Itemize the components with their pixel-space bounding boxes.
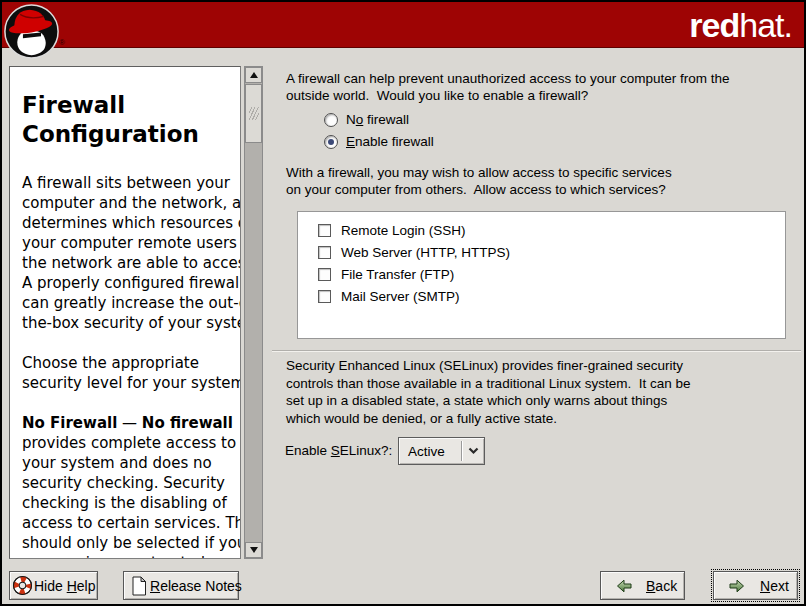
- selinux-label: Enable SELinux?:: [285, 443, 392, 458]
- arrow-left-icon: [615, 578, 633, 594]
- help-text-line: are running on a trusted: [22, 553, 232, 559]
- help-scrollbar[interactable]: [244, 66, 263, 559]
- registered-mark: ®: [59, 38, 65, 47]
- next-button[interactable]: Next: [713, 571, 798, 600]
- service-label: File Transfer (FTP): [341, 267, 454, 282]
- redhat-shadowman-logo-icon: [3, 3, 60, 60]
- back-button[interactable]: Back: [600, 571, 685, 600]
- help-text-line: provides complete access to: [22, 433, 232, 453]
- help-text-line: A firewall sits between your: [22, 173, 232, 193]
- hide-help-button[interactable]: Hide Help: [9, 571, 98, 600]
- section-separator: [272, 350, 801, 352]
- service-row-smtp[interactable]: Mail Server (SMTP): [298, 285, 785, 307]
- release-notes-label: Release Notes: [150, 578, 242, 594]
- help-text-line: determines which resources on: [22, 213, 232, 233]
- selinux-dropdown[interactable]: Active: [398, 437, 485, 465]
- help-text-line: your computer remote users on: [22, 233, 232, 253]
- wordmark-period: .: [784, 6, 792, 44]
- checkbox-icon[interactable]: [318, 246, 331, 259]
- help-text-line: No Firewall — No firewall: [22, 413, 232, 433]
- service-label: Web Server (HTTP, HTTPS): [341, 245, 510, 260]
- release-notes-button[interactable]: Release Notes: [123, 571, 239, 600]
- arrow-right-icon: [728, 578, 746, 594]
- triangle-down-icon: [250, 547, 258, 553]
- scroll-down-button[interactable]: [245, 542, 262, 558]
- help-title: Firewall Configuration: [22, 91, 232, 149]
- help-text-line: the-box security of your system.: [22, 313, 232, 333]
- service-row-ftp[interactable]: File Transfer (FTP): [298, 263, 785, 285]
- triangle-up-icon: [250, 72, 258, 78]
- document-icon: [131, 576, 147, 596]
- next-label: Next: [760, 578, 789, 594]
- installer-window: redhat. ® Firewall Configuration A firew…: [0, 0, 806, 606]
- radio-selected-icon[interactable]: [324, 135, 338, 149]
- wordmark-hat: hat: [739, 6, 783, 44]
- help-text-line: should only be selected if you: [22, 533, 232, 553]
- redhat-wordmark: redhat.: [689, 5, 792, 45]
- chevron-down-icon: [462, 447, 484, 455]
- checkbox-icon[interactable]: [318, 290, 331, 303]
- wordmark-red: red: [689, 6, 739, 44]
- checkbox-icon[interactable]: [318, 268, 331, 281]
- help-text-line: the network are able to access.: [22, 253, 232, 273]
- checkbox-icon[interactable]: [318, 224, 331, 237]
- radio-enable-firewall[interactable]: Enable firewall: [324, 134, 434, 149]
- help-text-line: access to certain services. This: [22, 513, 232, 533]
- firewall-intro-text: A firewall can help prevent unauthorized…: [286, 70, 729, 104]
- help-text-line: security checking. Security: [22, 473, 232, 493]
- help-text-line: security level for your system.: [22, 373, 232, 393]
- selinux-description: Security Enhanced Linux (SELinux) provid…: [286, 357, 690, 427]
- selinux-dropdown-value: Active: [399, 444, 461, 459]
- service-label: Mail Server (SMTP): [341, 289, 460, 304]
- life-buoy-icon: [12, 575, 33, 596]
- help-panel: Firewall Configuration A firewall sits b…: [9, 66, 241, 559]
- scrollbar-thumb[interactable]: [245, 84, 262, 143]
- radio-no-firewall[interactable]: No firewall: [324, 112, 409, 127]
- radio-no-firewall-label: No firewall: [346, 112, 409, 127]
- radio-icon[interactable]: [324, 113, 338, 127]
- help-text-line: checking is the disabling of: [22, 493, 232, 513]
- service-row-ssh[interactable]: Remote Login (SSH): [298, 219, 785, 241]
- help-text-line: can greatly increase the out-of-: [22, 293, 232, 313]
- service-label: Remote Login (SSH): [341, 223, 466, 238]
- back-label: Back: [646, 578, 677, 594]
- radio-enable-firewall-label: Enable firewall: [346, 134, 434, 149]
- help-text-line: Choose the appropriate: [22, 353, 232, 373]
- header-banner: redhat.: [2, 2, 804, 48]
- help-text-line: A properly configured firewall: [22, 273, 232, 293]
- scroll-up-button[interactable]: [245, 67, 262, 83]
- help-text-line: your system and does no: [22, 453, 232, 473]
- service-row-web[interactable]: Web Server (HTTP, HTTPS): [298, 241, 785, 263]
- hide-help-label: Hide Help: [34, 578, 96, 594]
- help-text-line: computer and the network, and: [22, 193, 232, 213]
- services-list: Remote Login (SSH) Web Server (HTTP, HTT…: [297, 211, 786, 339]
- services-intro-text: With a firewall, you may wish to allow a…: [286, 164, 672, 198]
